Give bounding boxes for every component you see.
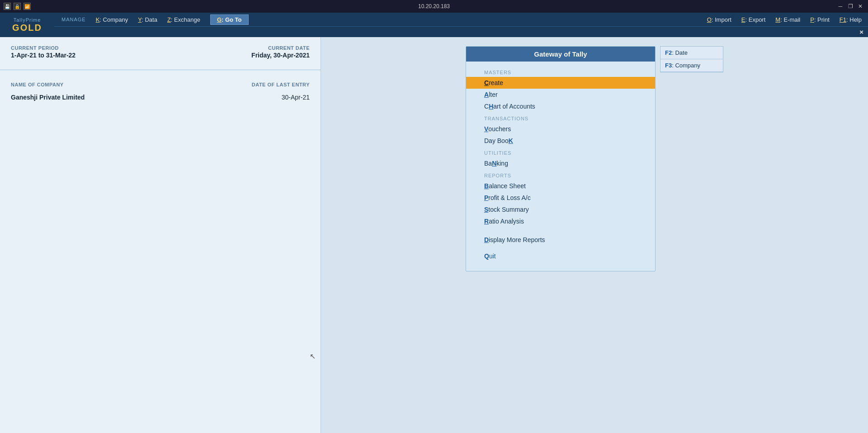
title-bar-controls: ─ ❐ ✕: [836, 2, 864, 10]
current-date-value: Friday, 30-Apr-2021: [251, 52, 310, 59]
title-bar-ip: 10.20.20.183: [418, 3, 450, 10]
name-of-company-label: NAME OF COMPANY: [11, 82, 64, 87]
section-reports: REPORTS: [466, 169, 655, 180]
right-panel: Gateway of Tally MASTERS Create Alter CH…: [321, 37, 868, 433]
current-date-label: CURRENT DATE: [251, 45, 310, 51]
save-icon[interactable]: 💾: [4, 3, 11, 10]
minimize-button[interactable]: ─: [836, 2, 844, 10]
menu-print[interactable]: P: Print: [806, 14, 834, 25]
current-period-value: 1-Apr-21 to 31-Mar-22: [11, 52, 75, 59]
menu-data[interactable]: Y: Data: [133, 14, 162, 25]
gateway-body: MASTERS Create Alter CHart of Accounts T…: [466, 62, 655, 271]
period-section: CURRENT PERIOD 1-Apr-21 to 31-Mar-22 CUR…: [0, 37, 321, 66]
section-transactions: TRANSACTIONS: [466, 112, 655, 123]
section-masters: MASTERS: [466, 66, 655, 77]
menu-quit[interactable]: Quit: [466, 250, 655, 262]
last-entry-date: 30-Apr-21: [282, 94, 310, 101]
close-button[interactable]: ✕: [856, 2, 864, 10]
fkey-f2[interactable]: F2: Date: [660, 47, 723, 59]
menu-profit-loss[interactable]: Profit & Loss A/c: [466, 192, 655, 204]
gateway-panel: Gateway of Tally MASTERS Create Alter CH…: [466, 46, 656, 271]
company-row: Ganeshji Private Limited 30-Apr-21: [0, 91, 321, 104]
menu-banking[interactable]: BaNking: [466, 157, 655, 169]
app-logo-bottom: GOLD: [12, 23, 42, 33]
company-name: Ganeshji Private Limited: [11, 94, 85, 101]
subbar-close[interactable]: ×: [859, 28, 863, 36]
title-bar: 💾 🔒 📶 10.20.20.183 ─ ❐ ✕: [0, 0, 868, 13]
menu-stock-summary[interactable]: Stock Summary: [466, 204, 655, 215]
signal-icon: 📶: [24, 3, 31, 10]
menu-help[interactable]: F1: Help: [835, 14, 866, 25]
menu-day-book[interactable]: Day BooK: [466, 135, 655, 147]
menu-exchange[interactable]: Z: Exchange: [163, 14, 205, 25]
restore-button[interactable]: ❐: [846, 2, 854, 10]
app-logo-top: TallyPrime: [14, 17, 41, 23]
menu-ratio-analysis[interactable]: Ratio Analysis: [466, 215, 655, 227]
sub-bar: Gateway of Tally ×: [0, 26, 868, 37]
company-label-section: NAME OF COMPANY DATE OF LAST ENTRY: [0, 74, 321, 91]
menu-balance-sheet[interactable]: Balance Sheet: [466, 180, 655, 192]
menu-import[interactable]: O: Import: [703, 14, 736, 25]
menu-bar: MANAGE K: Company Y: Data Z: Exchange G:…: [0, 13, 868, 26]
menu-goto[interactable]: G: Go To: [210, 14, 249, 25]
menu-email[interactable]: M: E-mail: [771, 14, 805, 25]
gateway-header: Gateway of Tally: [466, 47, 655, 62]
menu-export[interactable]: E: Export: [737, 14, 770, 25]
menu-vouchers[interactable]: Vouchers: [466, 123, 655, 135]
title-bar-icons: 💾 🔒 📶: [4, 3, 31, 10]
app-logo: TallyPrime GOLD: [0, 13, 54, 37]
left-panel: CURRENT PERIOD 1-Apr-21 to 31-Mar-22 CUR…: [0, 37, 321, 433]
cursor-indicator: ↖: [310, 352, 316, 361]
fkey-f3[interactable]: F3: Company: [660, 59, 723, 72]
main-content: CURRENT PERIOD 1-Apr-21 to 31-Mar-22 CUR…: [0, 37, 868, 433]
lock-icon[interactable]: 🔒: [14, 3, 21, 10]
menu-alter[interactable]: Alter: [466, 89, 655, 100]
menu-chart-of-accounts[interactable]: CHart of Accounts: [466, 100, 655, 112]
manage-label: MANAGE: [57, 15, 90, 24]
fkeys-panel: F2: Date F3: Company: [660, 46, 723, 72]
menu-company[interactable]: K: Company: [91, 14, 133, 25]
current-period-label: CURRENT PERIOD: [11, 45, 75, 51]
section-utilities: UTILITIES: [466, 147, 655, 157]
date-of-last-entry-label: DATE OF LAST ENTRY: [252, 82, 310, 87]
menu-display-more-reports[interactable]: Display More Reports: [466, 234, 655, 246]
menu-create[interactable]: Create: [466, 77, 655, 89]
